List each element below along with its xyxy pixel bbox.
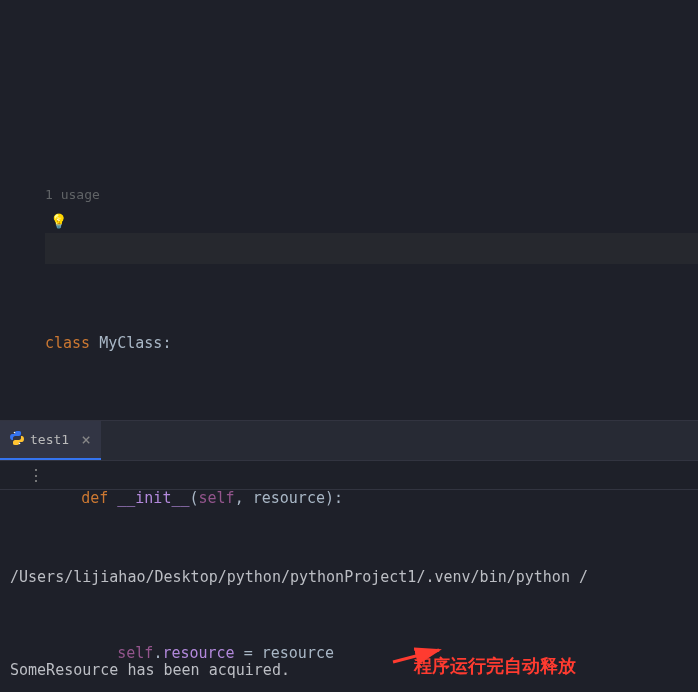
editor-gutter — [0, 0, 45, 420]
code-area[interactable]: 1 usage class MyClass: def __init__(self… — [45, 0, 698, 420]
code-line: def __init__(self, resource): — [45, 483, 698, 514]
more-icon[interactable]: ⋮ — [28, 466, 44, 485]
svg-point-0 — [14, 432, 16, 434]
code-editor[interactable]: 💡 1 usage class MyClass: def __init__(se… — [0, 0, 698, 420]
code-line: self.resource = resource — [45, 638, 698, 669]
python-file-icon — [10, 431, 24, 448]
svg-point-1 — [19, 443, 21, 445]
usage-hint: 1 usage — [45, 186, 698, 204]
code-line: class MyClass: — [45, 328, 698, 359]
